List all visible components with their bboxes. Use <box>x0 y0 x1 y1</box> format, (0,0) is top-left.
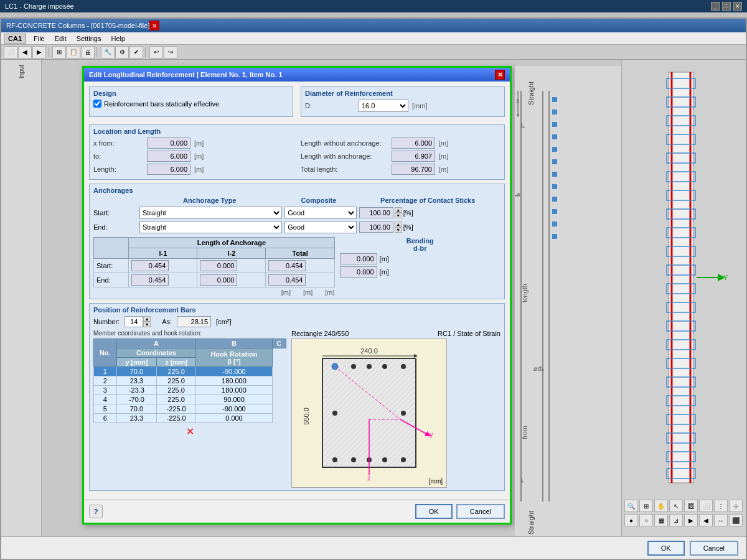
toolbar-btn-5[interactable]: 📋 <box>67 46 80 58</box>
anch-end-pct-up[interactable]: ▲ <box>395 222 402 227</box>
tb-mode8[interactable]: ⬛ <box>729 514 743 526</box>
anch-end-type-select[interactable]: Straight Hook <box>139 221 282 233</box>
system-title-buttons: _ □ ✕ <box>711 2 742 11</box>
x-from-input[interactable] <box>147 138 190 149</box>
menu-file[interactable]: File <box>29 34 50 44</box>
toolbar-btn-2[interactable]: ◀ <box>18 46 32 58</box>
row-z: 225.0 <box>157 367 196 376</box>
anch-start-row: Start: Straight Hook Good Normal <box>93 207 500 219</box>
svg-text:l₀: l₀ <box>515 192 521 197</box>
tb-mode7[interactable]: ↔ <box>714 514 728 526</box>
tb-wire[interactable]: ⬜ <box>699 500 713 512</box>
length-input[interactable] <box>147 164 190 175</box>
app-close-button[interactable]: ✕ <box>149 21 159 30</box>
tb-select[interactable]: ↖ <box>669 500 683 512</box>
len-with-anch-input[interactable] <box>392 151 435 162</box>
svg-point-10 <box>401 364 406 369</box>
tb-pan[interactable]: ✋ <box>654 500 668 512</box>
anch-start-l1-input[interactable] <box>131 260 169 271</box>
row-no: 4 <box>94 395 117 404</box>
app-cancel-button[interactable]: Cancel <box>690 541 738 556</box>
right-viz-panel: l₀ Straight Straight Y 14 ⌀16.0, l = 6.9… <box>515 66 621 558</box>
bending-end-input[interactable] <box>340 266 377 278</box>
menu-settings[interactable]: Settings <box>72 34 106 44</box>
toolbar-btn-8[interactable]: ⚙ <box>115 46 129 58</box>
anch-start-total-input[interactable] <box>268 260 306 271</box>
anch-start-composite-select[interactable]: Good Normal <box>284 207 357 219</box>
tb-render[interactable]: 🖼 <box>684 500 698 512</box>
svg-text:Straight: Straight <box>527 511 535 534</box>
len-no-anch-input[interactable] <box>392 138 435 149</box>
svg-text:Straight: Straight <box>527 82 535 105</box>
anch-start-pct-down[interactable]: ▼ <box>395 213 402 218</box>
toolbar-btn-1[interactable]: ⬜ <box>4 46 17 58</box>
cross-section-subtitle: RC1 / State of Strain <box>438 330 500 337</box>
anch-end-pct-unit: [%] <box>403 223 413 231</box>
maximize-btn[interactable]: □ <box>722 2 731 11</box>
number-down-btn[interactable]: ▼ <box>143 322 151 327</box>
anch-end-pct-down[interactable]: ▼ <box>395 227 402 233</box>
number-input[interactable] <box>125 316 143 327</box>
diameter-select[interactable]: 16.0 12.0 14.0 20.0 <box>359 100 408 112</box>
statically-effective-checkbox[interactable] <box>93 100 101 108</box>
bending-header: Bendingd-br <box>340 237 500 252</box>
delete-icon[interactable]: ✕ <box>186 426 194 437</box>
table-row[interactable]: 1 70.0 225.0 -90.000 <box>94 367 286 376</box>
anch-start-l2-input[interactable] <box>200 260 237 271</box>
tb-mode4[interactable]: ⊿ <box>669 514 683 526</box>
toolbar-btn-7[interactable]: 🔧 <box>101 46 115 58</box>
to-input[interactable] <box>147 151 190 162</box>
toolbar-btn-9[interactable]: ✔ <box>129 46 143 58</box>
menu-edit[interactable]: Edit <box>50 34 72 44</box>
table-row[interactable]: 3 -23.3 225.0 180.000 <box>94 386 286 395</box>
number-spinner-wrap: ▲ ▼ <box>125 316 151 327</box>
svg-point-17 <box>401 411 406 416</box>
help-button[interactable]: ? <box>89 505 103 518</box>
svg-rect-30 <box>552 110 557 114</box>
anch-end-pct-input[interactable] <box>359 222 393 233</box>
tb-grid[interactable]: ⋮ <box>714 500 728 512</box>
len-no-anch-unit: [m] <box>439 139 451 147</box>
anch-length-table-wrap: Length of Anchorage l-1 l-2 Total <box>93 237 335 296</box>
position-table: No. A B C Coordinates Hook Rotationβ [°] <box>93 338 286 423</box>
toolbar-btn-11[interactable]: ↪ <box>164 46 177 58</box>
dialog-cancel-button[interactable]: Cancel <box>456 504 505 519</box>
close-btn[interactable]: ✕ <box>733 2 742 11</box>
bending-start-input[interactable] <box>340 253 377 264</box>
toolbar-btn-4[interactable]: ⊞ <box>52 46 66 58</box>
tb-zoom-in[interactable]: 🔍 <box>624 500 638 512</box>
tb-mode5[interactable]: ▶ <box>684 514 698 526</box>
tb-mode1[interactable]: ● <box>624 514 638 526</box>
tb-zoom-fit[interactable]: ⊞ <box>639 500 653 512</box>
table-row[interactable]: 4 -70.0 225.0 90.000 <box>94 395 286 404</box>
minimize-btn[interactable]: _ <box>711 2 720 11</box>
bending-end-row: [m] <box>340 266 500 278</box>
total-length-input[interactable] <box>392 164 435 175</box>
dialog-close-button[interactable]: ✕ <box>495 70 505 80</box>
tb-snap[interactable]: ⊹ <box>729 500 743 512</box>
toolbar-btn-3[interactable]: ▶ <box>32 46 46 58</box>
toolbar-btn-6[interactable]: 🖨 <box>81 46 95 58</box>
tb-mode6[interactable]: ◀ <box>699 514 713 526</box>
menu-help[interactable]: Help <box>106 34 130 44</box>
table-row[interactable]: 2 23.3 225.0 180.000 <box>94 376 286 386</box>
anch-start-pct-input[interactable] <box>359 207 393 218</box>
anch-end-l1-input[interactable] <box>131 274 169 286</box>
anch-end-l2-input[interactable] <box>200 274 237 286</box>
number-up-btn[interactable]: ▲ <box>143 316 151 322</box>
table-row[interactable]: 6 23.3 -225.0 0.000 <box>94 414 286 423</box>
app-ok-button[interactable]: OK <box>647 541 685 556</box>
tb-mode2[interactable]: ○ <box>639 514 653 526</box>
anch-start-pct-up[interactable]: ▲ <box>395 207 402 213</box>
tb-mode3[interactable]: ▦ <box>654 514 668 526</box>
anch-end-total-input[interactable] <box>268 274 306 286</box>
dialog-ok-button[interactable]: OK <box>415 504 453 519</box>
toolbar-btn-10[interactable]: ↩ <box>149 46 163 58</box>
cross-section-area: Rectangle 240/550 RC1 / State of Strain … <box>291 330 500 488</box>
svg-rect-36 <box>552 184 557 189</box>
anch-unit-m: [m][m][m] <box>93 289 335 296</box>
row-y: -23.3 <box>116 386 156 395</box>
anch-end-composite-select[interactable]: Good Normal <box>284 221 357 233</box>
anch-start-type-select[interactable]: Straight Hook <box>139 207 282 219</box>
table-row[interactable]: 5 70.0 -225.0 -90.000 <box>94 404 286 414</box>
